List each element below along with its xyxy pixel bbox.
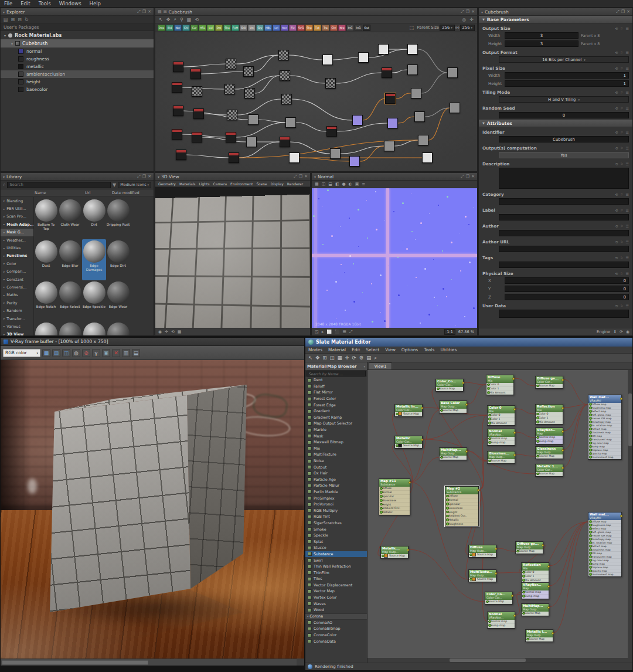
library-item-edge-dirt[interactable]: Edge Dirt [106,239,130,280]
menu-help[interactable]: Help [86,1,105,6]
map-item-provoronoi[interactable]: ProVoronoi [305,501,367,508]
output-socket[interactable] [547,585,550,588]
library-category-mesh-adap[interactable]: ▸Mesh Adap... [1,220,33,228]
panel-close-icon[interactable]: ✕ [627,9,630,14]
map-item-tiles[interactable]: Tiles [305,576,367,582]
window-titlebar[interactable]: V-Ray frame buffer - [100% of 1000 x 750… [1,338,304,346]
node-slot-diffuse[interactable]: Diffuse [379,487,410,491]
panel-close-icon[interactable]: ✕ [471,9,475,14]
flag-icon[interactable]: ⚐ [620,90,623,94]
node-slot-color-1[interactable]: Color 1 [488,418,515,422]
window-titlebar[interactable]: Slate Material Editor [305,338,632,347]
map-item-forest-color[interactable]: Forest Color [305,396,367,402]
map-item-particle-mblur[interactable]: Particle MBlur [305,483,367,489]
panel-dock-icon[interactable]: ❐ [621,9,625,14]
flag-icon[interactable]: ⚐ [620,256,623,260]
map-item-coronacolor[interactable]: CoronaColor [305,632,367,639]
parent-size-width-dropdown[interactable]: 256▾ [440,25,455,31]
map-item-substance[interactable]: Substance [305,551,367,558]
explorer-toolbar-icon-0[interactable]: ▤ [4,17,8,22]
graph-node-36[interactable] [407,44,418,55]
normal-tool-icon-7[interactable]: ≡ [362,182,365,186]
map-item-vector-map[interactable]: Vector Map [305,588,367,595]
material-node-base-color-4[interactable]: Base ColorMap Outp...Source Map [439,401,467,413]
tree-expand-icon[interactable]: ▾ [4,33,6,38]
normal-tool-icon-1[interactable]: ◫ [322,182,326,186]
search-input[interactable] [307,371,366,376]
graph-node-14[interactable] [248,114,258,125]
material-node-vraynor-10[interactable]: VRayNor...MapNormal mapBump map [535,427,563,444]
options-icon[interactable]: ☰ [626,304,629,308]
output-socket[interactable] [512,378,515,380]
library-item-edge-damages[interactable]: Edge Damages [82,239,106,280]
options-icon[interactable]: ☰ [626,66,629,70]
section-header-attributes[interactable]: ▼Attributes [479,120,632,127]
node-button-gry[interactable]: Gry [256,25,264,31]
output-socket[interactable] [620,398,622,400]
node-slot-ambient-occ[interactable]: Ambient Occ. [445,514,478,518]
output-socket[interactable] [513,615,516,617]
flag-icon[interactable]: ⚐ [620,192,623,196]
map-item-multitexture[interactable]: MultiTexture [305,452,367,458]
scrollbar-thumb[interactable] [450,659,526,662]
graph-row[interactable]: ▾ Cubebrush [1,39,154,47]
node-slot-glossiness[interactable]: Glossiness [379,498,410,503]
normal-status-icon-0[interactable]: ◳ [315,330,319,334]
map-item-splat[interactable]: Splat [305,538,367,545]
reset-icon[interactable]: ⟲ [615,208,618,212]
value-input[interactable]: Cubebrush [499,136,629,142]
material-node-color-co-0[interactable]: Color_Co...Color Cor...Source Map [435,379,464,392]
value-input[interactable]: 0 [505,286,629,292]
view3d-status-icon-0[interactable]: ◉ [158,330,162,334]
output-socket[interactable] [495,548,497,550]
dropdown[interactable]: 16 Bits per Channel▾ [499,56,629,63]
node-slot-color-0[interactable]: Color 0 [486,383,513,387]
flag-icon[interactable]: ⚐ [620,162,623,166]
graph-tool-icon-4[interactable]: ▦ [187,17,192,22]
explorer-toolbar-icon-3[interactable]: ↻ [25,17,29,22]
material-node-diffuse-ge-2[interactable]: Diffuse ge...Color Cor...Source Map [535,376,563,389]
node-button-fxm[interactable]: FxM [232,25,239,31]
slate-tool-icon-9[interactable]: ⌕ [374,355,377,361]
output-socket[interactable] [513,454,516,456]
tab-view1[interactable]: View1 [369,362,392,369]
node-button-lvl[interactable]: Lvl [273,25,280,31]
options-icon[interactable]: ☰ [626,224,629,228]
node-header[interactable]: DiffuseMix [486,375,513,383]
node-slot-metallic[interactable]: Metallic [445,518,478,522]
panel-dock-icon[interactable]: ❐ [142,174,146,179]
node-button-grd[interactable]: GrD [240,25,247,31]
options-icon[interactable]: ☰ [626,146,629,150]
map-item-gradient[interactable]: Gradient [305,408,367,415]
node-graph-canvas[interactable] [155,32,477,171]
scrollbar-thumb[interactable] [628,393,632,446]
node-header[interactable]: MultiMap...Map Outp... [440,448,467,456]
node-header[interactable]: NormalVRayNor... [488,429,515,437]
slate-menu-view[interactable]: View [382,347,399,352]
map-item-maxwell-bitmap[interactable]: Maxwell Bitmap [305,439,367,446]
node-header[interactable]: Metallic...Map Outp... [381,547,408,554]
graph-tool-icon-3[interactable]: ⚲ [180,17,183,22]
graph-tool-icon-1[interactable]: ✥ [166,17,171,22]
vray-tool-icon-2[interactable]: ◫ [62,349,70,357]
graph-node-20[interactable] [281,94,292,104]
map-item-map-output-selector[interactable]: Map Output Selector [305,420,367,427]
node-header[interactable]: MultiTextu...Map Outp... [469,570,496,578]
graph-node-40[interactable] [418,135,428,145]
text-area[interactable] [499,168,629,189]
library-category-functions[interactable]: ▸Functions [1,252,33,260]
vray-tool-icon-3[interactable]: ◍ [72,349,80,357]
graph-tool-right-icon-1[interactable]: ✛ [469,17,474,22]
value-input[interactable] [499,246,629,252]
graph-node-19[interactable] [280,70,290,81]
node-button-out[interactable]: Out [363,25,370,31]
library-category-parity[interactable]: ▸Parity [1,299,33,307]
output-socket[interactable] [561,449,564,452]
material-node-metallic-1-14[interactable]: Metallic 1...Color Cor...Source Map [535,464,563,477]
node-slot-environment-map[interactable]: Environment map [588,573,621,576]
value-input[interactable] [499,262,629,268]
graph-node-12[interactable] [244,88,255,99]
normal-status-icon-4[interactable]: ☰ [343,330,346,334]
map-item-sigerscratches[interactable]: SigerScratches [305,520,367,527]
node-header[interactable]: MetallicColor Cor... [395,436,422,444]
